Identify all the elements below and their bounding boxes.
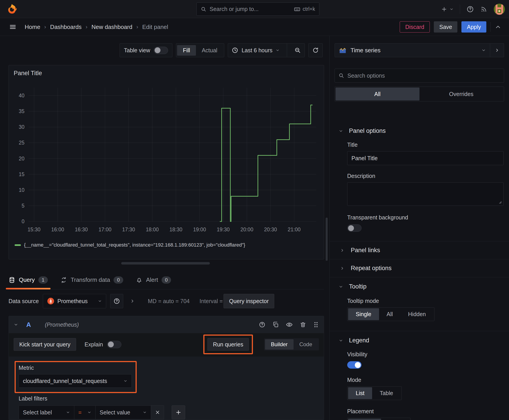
legend-placement-bottom-option[interactable]: Bottom bbox=[348, 419, 381, 420]
svg-text:35: 35 bbox=[19, 108, 24, 114]
legend-series-swatch[interactable] bbox=[15, 244, 21, 246]
tab-overrides[interactable]: Overrides bbox=[419, 88, 503, 100]
panel-links-section[interactable]: Panel links bbox=[330, 241, 509, 259]
panel-title-field[interactable] bbox=[347, 151, 504, 165]
bell-icon bbox=[136, 277, 143, 283]
select-value-dropdown[interactable]: Select value bbox=[95, 405, 151, 419]
chevron-down-icon bbox=[98, 299, 102, 303]
zoom-out-time-button[interactable] bbox=[291, 44, 304, 57]
tab-query[interactable]: Query 1 bbox=[8, 270, 48, 289]
visualization-select[interactable]: Time series bbox=[335, 46, 490, 54]
apply-button[interactable]: Apply bbox=[461, 21, 486, 32]
chevron-down-icon bbox=[481, 48, 486, 52]
discard-button[interactable]: Discard bbox=[400, 21, 430, 32]
repeat-options-section[interactable]: Repeat options bbox=[330, 259, 509, 277]
options-search[interactable] bbox=[335, 69, 504, 82]
fill-option[interactable]: Fill bbox=[177, 45, 196, 56]
time-series-chart[interactable]: 051015202530354015:3016:0016:3017:0017:3… bbox=[11, 84, 322, 239]
drag-query-handle[interactable] bbox=[313, 321, 319, 328]
chevron-down-icon bbox=[339, 338, 343, 343]
transparent-bg-toggle[interactable] bbox=[347, 224, 362, 232]
help-button[interactable] bbox=[466, 5, 474, 13]
main-area: Table view Fill Actual Last 6 hours bbox=[0, 36, 509, 420]
svg-text:15: 15 bbox=[19, 171, 24, 177]
delete-query-icon[interactable] bbox=[300, 321, 306, 328]
legend-mode-list-option[interactable]: List bbox=[348, 387, 372, 399]
panel-description-textarea[interactable] bbox=[347, 182, 504, 206]
alert-count-badge: 0 bbox=[162, 276, 171, 284]
svg-text:20:30: 20:30 bbox=[264, 227, 277, 232]
run-queries-wrap: Run queries bbox=[207, 338, 249, 351]
chevron-right-icon bbox=[495, 48, 500, 53]
options-search-input[interactable] bbox=[347, 73, 500, 79]
breadcrumb-dashboards[interactable]: Dashboards bbox=[50, 23, 82, 30]
menu-toggle-button[interactable] bbox=[9, 23, 17, 31]
panel-options-section-header[interactable]: Panel options bbox=[330, 122, 509, 134]
query-inspector-button[interactable]: Query inspector bbox=[224, 294, 274, 308]
options-scope-tabs: All Overrides bbox=[335, 87, 504, 101]
time-range-picker[interactable]: Last 6 hours bbox=[228, 44, 283, 57]
svg-text:21:00: 21:00 bbox=[288, 227, 301, 232]
tooltip-all-option[interactable]: All bbox=[379, 308, 401, 320]
grafana-logo-icon[interactable] bbox=[6, 3, 18, 15]
duplicate-query-icon[interactable] bbox=[272, 321, 279, 328]
explain-toggle[interactable] bbox=[107, 341, 122, 348]
clock-icon bbox=[232, 47, 238, 54]
collapse-options-pane-button[interactable] bbox=[495, 23, 501, 30]
query-row-header[interactable]: A (Prometheus) bbox=[9, 316, 324, 333]
legend-mode-table-option[interactable]: Table bbox=[372, 387, 401, 399]
user-avatar[interactable] bbox=[494, 4, 505, 15]
datasource-help-button[interactable] bbox=[110, 294, 123, 308]
kickstart-query-button[interactable]: Kick start your query bbox=[14, 338, 76, 351]
collapse-query-chevron[interactable] bbox=[14, 322, 18, 327]
vertical-scrollbar[interactable] bbox=[326, 218, 328, 261]
legend-visibility-toggle[interactable] bbox=[347, 361, 362, 369]
svg-text:30: 30 bbox=[19, 124, 24, 130]
news-rss-button[interactable] bbox=[480, 6, 487, 13]
breadcrumb-separator: › bbox=[44, 24, 46, 30]
legend-series-name[interactable]: {__name__="cloudflared_tunnel_total_requ… bbox=[24, 242, 245, 248]
tooltip-section-header[interactable]: Tooltip bbox=[330, 277, 509, 290]
table-view-toggle[interactable] bbox=[154, 47, 168, 54]
builder-option[interactable]: Builder bbox=[265, 339, 294, 350]
panel-title-input[interactable] bbox=[351, 155, 499, 162]
remove-filter-button[interactable] bbox=[151, 405, 164, 419]
panel-resize-handle[interactable] bbox=[121, 262, 210, 264]
tooltip-single-option[interactable]: Single bbox=[348, 308, 379, 320]
tooltip-hidden-option[interactable]: Hidden bbox=[400, 308, 433, 320]
prometheus-icon bbox=[47, 298, 54, 305]
run-queries-button[interactable]: Run queries bbox=[207, 338, 249, 351]
operator-dropdown[interactable]: = bbox=[74, 405, 96, 419]
code-option[interactable]: Code bbox=[294, 339, 318, 350]
datasource-row: Data source Prometheus bbox=[8, 294, 324, 308]
save-button[interactable]: Save bbox=[434, 21, 457, 32]
query-row-actions bbox=[259, 321, 319, 328]
global-search-input[interactable] bbox=[210, 6, 291, 12]
query-help-icon[interactable] bbox=[259, 321, 266, 328]
breadcrumb-home[interactable]: Home bbox=[25, 23, 40, 30]
legend-section-header[interactable]: Legend bbox=[330, 331, 509, 344]
expand-row-chevron[interactable] bbox=[130, 299, 135, 304]
tab-all-options[interactable]: All bbox=[335, 88, 419, 100]
hide-query-eye-icon[interactable] bbox=[286, 321, 293, 328]
refresh-button[interactable] bbox=[308, 43, 323, 57]
open-viz-list-button[interactable] bbox=[490, 44, 504, 57]
svg-text:0: 0 bbox=[22, 218, 24, 224]
metric-select[interactable]: cloudflared_tunnel_total_requests bbox=[19, 374, 132, 388]
svg-text:20: 20 bbox=[19, 156, 24, 162]
datasource-picker[interactable]: Prometheus bbox=[43, 294, 106, 308]
query-options-summary[interactable]: MD = auto = 704 Interval = 30s bbox=[148, 298, 233, 304]
legend-placement-right-option[interactable]: Right bbox=[381, 419, 409, 420]
resize-handle-icon[interactable] bbox=[498, 200, 502, 204]
nav-divider bbox=[460, 5, 460, 14]
tab-alert[interactable]: Alert 0 bbox=[136, 270, 171, 289]
actual-option[interactable]: Actual bbox=[196, 45, 223, 56]
tab-transform-data[interactable]: Transform data 0 bbox=[60, 270, 123, 289]
breadcrumb-new-dashboard[interactable]: New dashboard bbox=[91, 23, 132, 30]
add-filter-button[interactable] bbox=[172, 405, 185, 419]
legend-mode-switch: List Table bbox=[347, 386, 402, 400]
add-new-button[interactable] bbox=[441, 6, 454, 12]
editor-tabs: Query 1 Transform data 0 Alert 0 bbox=[8, 270, 324, 289]
global-search[interactable]: ctrl+k bbox=[196, 2, 319, 16]
select-label-dropdown[interactable]: Select label bbox=[19, 405, 74, 419]
